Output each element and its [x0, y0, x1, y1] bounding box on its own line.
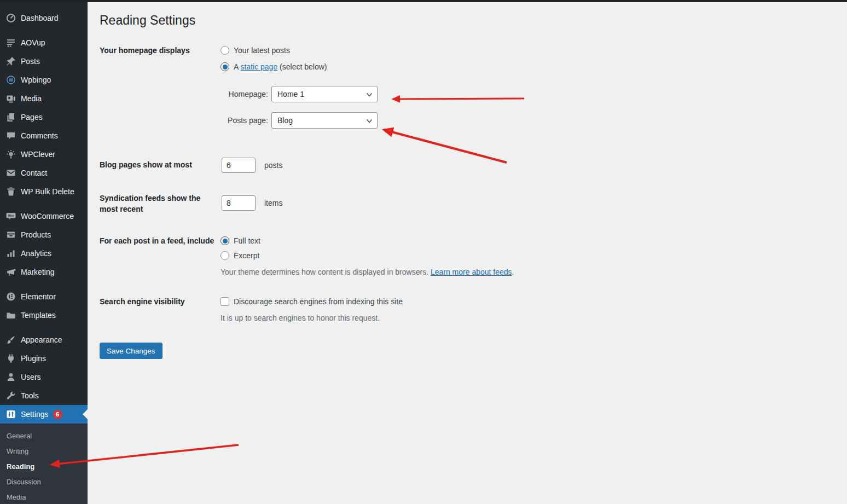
blog-pages-input[interactable]	[222, 158, 256, 173]
learn-more-feeds-link[interactable]: Learn more about feeds	[431, 268, 512, 276]
sidebar-item-wpbingo[interactable]: WWpbingo	[0, 71, 88, 89]
posts-page-select-row: Posts page: Blog	[219, 112, 378, 129]
sidebar-item-label: AOVup	[21, 38, 45, 47]
analytics-icon	[5, 248, 16, 259]
sidebar-item-tools[interactable]: Tools	[0, 386, 88, 405]
sidebar-item-posts[interactable]: Posts	[0, 52, 88, 71]
plugins-icon	[5, 353, 16, 364]
excerpt-label: Excerpt	[234, 251, 259, 260]
full-text-radio[interactable]	[221, 236, 229, 245]
settings-submenu-discussion[interactable]: Discussion	[0, 474, 88, 490]
settings-submenu-reading[interactable]: Reading	[0, 459, 88, 474]
settings-submenu-general[interactable]: General	[0, 428, 88, 444]
admin-sidebar: DashboardAOVupPostsWWpbingoMediaPagesCom…	[0, 0, 88, 504]
discourage-indexing-option: Discourage search engines from indexing …	[221, 296, 403, 307]
sidebar-item-dashboard[interactable]: Dashboard	[0, 9, 88, 27]
sidebar-item-marketing[interactable]: Marketing	[0, 263, 88, 281]
excerpt-option: Excerpt	[221, 250, 259, 261]
posts-page-select-value: Blog	[277, 116, 293, 125]
elementor-icon	[5, 291, 16, 302]
homepage-select-row: Homepage: Home 1	[219, 86, 378, 102]
admin-menu: DashboardAOVupPostsWWpbingoMediaPagesCom…	[0, 0, 88, 424]
settings-submenu-media[interactable]: Media	[0, 490, 88, 504]
sidebar-item-analytics[interactable]: Analytics	[0, 244, 88, 263]
sidebar-item-templates[interactable]: Templates	[0, 306, 88, 325]
homepage-select[interactable]: Home 1	[271, 86, 378, 102]
sidebar-item-label: Users	[21, 373, 41, 381]
sidebar-item-label: Settings	[21, 410, 49, 419]
feed-description-suffix: .	[512, 268, 514, 276]
sidebar-item-label: Elementor	[21, 292, 56, 301]
sidebar-item-label: Wpbingo	[21, 76, 51, 84]
sidebar-item-label: Pages	[21, 113, 43, 121]
search-visibility-label: Search engine visibility	[100, 296, 216, 307]
syndication-label: Syndication feeds show the most recent	[100, 193, 216, 215]
sidebar-item-label: WPClever	[21, 150, 55, 159]
sidebar-item-appearance[interactable]: Appearance	[0, 331, 88, 349]
homepage-select-label: Homepage:	[219, 90, 268, 99]
sidebar-item-media[interactable]: Media	[0, 89, 88, 108]
appearance-icon	[5, 334, 16, 345]
sidebar-item-woocommerce[interactable]: WooWooCommerce	[0, 207, 88, 225]
chevron-down-icon	[366, 91, 373, 99]
homepage-displays-label: Your homepage displays	[100, 45, 216, 56]
admin-bar-strip	[0, 0, 847, 2]
sidebar-item-label: Dashboard	[21, 14, 59, 22]
excerpt-radio[interactable]	[221, 251, 229, 260]
syndication-input[interactable]	[222, 195, 256, 211]
discourage-indexing-checkbox[interactable]	[221, 297, 229, 306]
sidebar-item-label: WP Bulk Delete	[21, 187, 74, 196]
pages-icon	[5, 112, 16, 123]
static-page-prefix: A	[234, 62, 240, 71]
settings-icon	[5, 409, 16, 420]
sidebar-item-plugins[interactable]: Plugins	[0, 349, 88, 368]
full-text-option: Full text	[221, 235, 260, 246]
sidebar-item-label: Appearance	[21, 335, 62, 344]
sidebar-item-label: Templates	[21, 311, 56, 320]
woocommerce-icon: Woo	[5, 211, 16, 222]
static-page-link[interactable]: static page	[240, 62, 277, 71]
svg-text:W: W	[9, 77, 14, 83]
sidebar-item-products[interactable]: Products	[0, 225, 88, 244]
sidebar-item-wp-bulk-delete[interactable]: WP Bulk Delete	[0, 182, 88, 201]
homepage-select-value: Home 1	[277, 90, 304, 99]
posts-page-select[interactable]: Blog	[271, 112, 378, 129]
syndication-row: items	[222, 195, 282, 211]
sidebar-item-label: Contact	[21, 169, 47, 177]
blog-pages-row: posts	[222, 157, 282, 173]
sidebar-item-label: Analytics	[21, 249, 51, 258]
static-page-radio[interactable]	[221, 62, 229, 71]
dashboard-icon	[5, 13, 16, 24]
static-page-label: A static page (select below)	[234, 62, 327, 71]
sidebar-item-elementor[interactable]: Elementor	[0, 287, 88, 306]
sidebar-item-settings[interactable]: Settings6	[0, 405, 88, 424]
settings-submenu: GeneralWritingReadingDiscussionMedia	[0, 424, 88, 504]
sidebar-item-comments[interactable]: Comments	[0, 126, 88, 145]
svg-text:Woo: Woo	[8, 214, 14, 217]
comments-icon	[5, 130, 16, 141]
sidebar-item-wpclever[interactable]: WPClever	[0, 145, 88, 164]
blog-pages-unit: posts	[264, 161, 282, 170]
marketing-icon	[5, 267, 16, 277]
trash-icon	[5, 186, 16, 197]
page-title: Reading Settings	[100, 13, 195, 28]
save-changes-button[interactable]: Save Changes	[100, 343, 163, 359]
sidebar-item-label: Media	[21, 94, 42, 103]
search-visibility-description: It is up to search engines to honor this…	[221, 312, 380, 323]
sidebar-item-pages[interactable]: Pages	[0, 108, 88, 126]
sidebar-item-users[interactable]: Users	[0, 368, 88, 386]
users-icon	[5, 372, 16, 383]
sidebar-item-contact[interactable]: Contact	[0, 164, 88, 182]
sidebar-item-label: WooCommerce	[21, 212, 74, 221]
settings-submenu-writing[interactable]: Writing	[0, 444, 88, 459]
latest-posts-option: Your latest posts	[221, 45, 290, 56]
latest-posts-radio[interactable]	[221, 46, 229, 55]
products-icon	[5, 229, 16, 240]
sidebar-item-label: Products	[21, 230, 51, 239]
static-page-option: A static page (select below)	[221, 61, 327, 72]
current-menu-arrow	[83, 409, 88, 419]
sidebar-item-aovup[interactable]: AOVup	[0, 33, 88, 52]
reading-settings-page: Reading Settings Your homepage displays …	[88, 0, 847, 504]
wpclever-icon	[5, 149, 16, 160]
syndication-unit: items	[264, 199, 282, 207]
